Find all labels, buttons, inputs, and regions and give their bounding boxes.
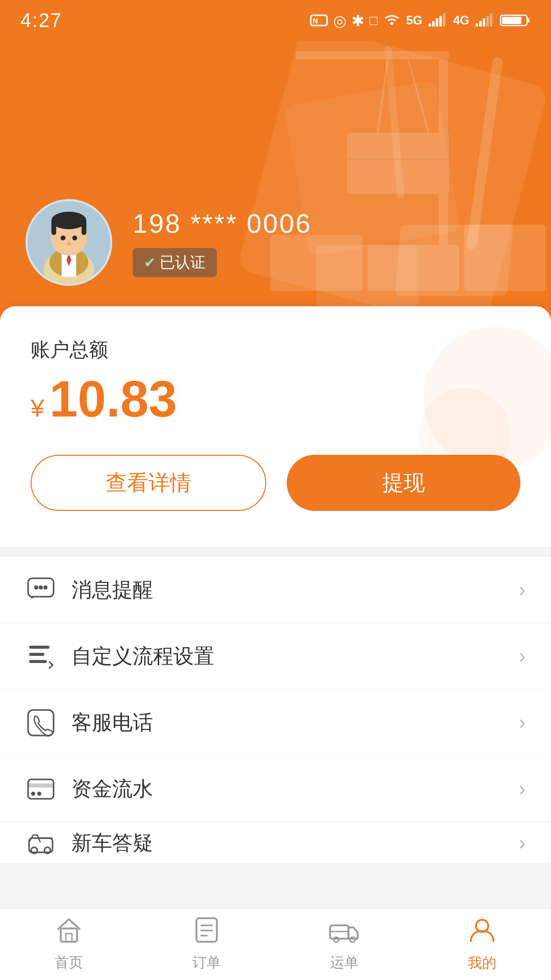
svg-rect-21 (347, 158, 449, 160)
wifi-icon (383, 12, 401, 30)
svg-rect-42 (29, 660, 47, 663)
verified-badge: ✔ 已认证 (133, 248, 217, 277)
svg-point-46 (31, 792, 35, 796)
profile-section: 198 **** 0006 ✔ 已认证 (26, 199, 312, 286)
svg-point-59 (334, 937, 339, 942)
profile-phone: 198 **** 0006 (133, 208, 312, 239)
svg-point-37 (34, 585, 38, 590)
shipping-icon (329, 917, 360, 949)
nav-home-label: 首页 (55, 953, 83, 972)
svg-rect-43 (28, 710, 54, 736)
menu-item-funds[interactable]: 资金流水 › (0, 756, 551, 822)
svg-rect-32 (52, 220, 57, 235)
workflow-label: 自定义流程设置 (71, 642, 519, 670)
svg-rect-23 (367, 245, 459, 291)
phone-label: 客服电话 (71, 708, 519, 737)
svg-rect-15 (502, 17, 521, 24)
orders-icon (193, 917, 220, 949)
message-arrow-icon: › (519, 578, 525, 601)
partial-arrow-icon: › (519, 831, 525, 854)
status-time: 4:27 (20, 10, 62, 32)
svg-rect-33 (82, 220, 87, 235)
home-icon (56, 917, 82, 949)
svg-rect-10 (483, 18, 485, 27)
svg-rect-20 (347, 133, 449, 194)
message-label: 消息提醒 (71, 576, 519, 604)
vibrate-icon: □ (369, 13, 378, 29)
menu-item-workflow[interactable]: 自定义流程设置 › (0, 623, 551, 690)
svg-rect-7 (443, 13, 445, 27)
bluetooth-icon: ✱ (352, 12, 364, 30)
svg-rect-53 (66, 934, 72, 942)
header-background: 198 **** 0006 ✔ 已认证 (0, 41, 551, 327)
amount-value: 10.83 (49, 373, 177, 424)
status-icons: N ◎ ✱ □ 5G 4G (310, 12, 531, 30)
nav-shipping[interactable]: 运单 (276, 917, 413, 972)
5g-icon: 5G (406, 13, 422, 28)
alarm-icon: ◎ (333, 12, 346, 30)
nfc-icon: N (310, 13, 328, 28)
nav-mine-label: 我的 (468, 953, 496, 973)
svg-point-31 (52, 212, 87, 229)
svg-rect-24 (464, 225, 546, 291)
battery-icon (500, 13, 531, 28)
signal-5g-icon (428, 13, 448, 28)
verified-label: 已认证 (160, 252, 206, 273)
avatar-image (28, 199, 110, 284)
profile-info: 198 **** 0006 ✔ 已认证 (133, 208, 312, 277)
funds-arrow-icon: › (519, 777, 525, 800)
account-amount: ¥ 10.83 (31, 373, 520, 424)
menu-item-message[interactable]: 消息提醒 › (0, 557, 551, 623)
account-label: 账户总额 (31, 337, 520, 363)
svg-text:N: N (313, 17, 318, 25)
svg-rect-5 (436, 18, 438, 27)
verified-check-icon: ✔ (144, 254, 156, 271)
workflow-arrow-icon: › (519, 645, 525, 668)
funds-label: 资金流水 (71, 775, 519, 803)
svg-rect-12 (490, 13, 492, 27)
svg-rect-4 (432, 21, 435, 27)
nav-mine[interactable]: 我的 (413, 917, 551, 973)
funds-icon (26, 774, 56, 804)
menu-section: 消息提醒 › 自定义流程设置 › 客服电话 › (0, 557, 551, 863)
card-buttons: 查看详情 提现 (31, 455, 520, 511)
mine-icon (469, 917, 495, 949)
status-bar: 4:27 N ◎ ✱ □ 5G 4G (0, 0, 551, 41)
account-card: 账户总额 ¥ 10.83 查看详情 提现 (0, 306, 551, 547)
partial-icon (26, 827, 56, 858)
svg-rect-48 (29, 838, 53, 852)
bottom-navigation: 首页 订单 运单 (0, 909, 551, 980)
4g-icon: 4G (453, 13, 469, 28)
svg-rect-14 (527, 18, 530, 22)
svg-rect-40 (29, 646, 49, 649)
svg-rect-17 (296, 51, 449, 59)
phone-icon (26, 707, 56, 738)
svg-line-19 (408, 59, 429, 133)
nav-home[interactable]: 首页 (0, 917, 138, 972)
svg-point-47 (37, 792, 41, 796)
currency-symbol: ¥ (31, 394, 44, 422)
signal-4g-icon (474, 13, 495, 28)
nav-shipping-label: 运单 (330, 953, 359, 972)
svg-rect-52 (61, 928, 77, 942)
menu-item-partial[interactable]: 新车答疑 › (0, 822, 551, 863)
partial-label: 新车答疑 (71, 829, 519, 857)
svg-rect-45 (28, 783, 54, 788)
menu-item-phone[interactable]: 客服电话 › (0, 690, 551, 756)
svg-rect-9 (479, 21, 482, 27)
svg-rect-3 (429, 23, 431, 27)
nav-orders[interactable]: 订单 (138, 917, 276, 972)
message-icon (26, 575, 56, 605)
view-detail-button[interactable]: 查看详情 (31, 455, 266, 511)
svg-point-34 (61, 235, 66, 240)
svg-point-38 (39, 585, 43, 590)
avatar (26, 199, 112, 286)
svg-point-39 (43, 585, 47, 590)
svg-rect-41 (29, 653, 44, 656)
withdraw-button[interactable]: 提现 (287, 455, 520, 511)
svg-rect-44 (28, 779, 54, 799)
svg-rect-16 (439, 51, 448, 255)
phone-arrow-icon: › (519, 711, 525, 734)
svg-line-18 (378, 59, 388, 133)
svg-point-35 (72, 235, 78, 240)
